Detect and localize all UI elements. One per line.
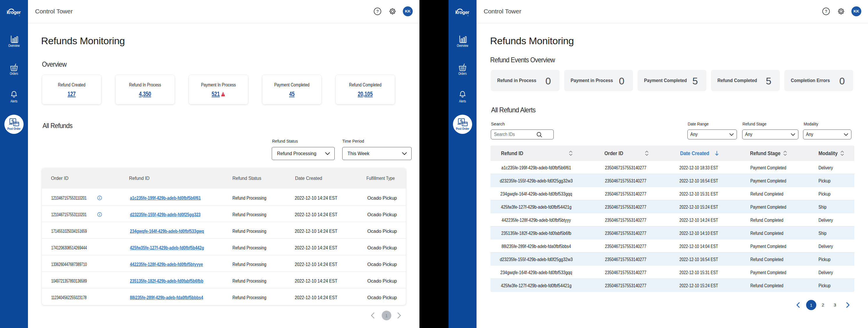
- svg-text:?: ?: [825, 9, 827, 14]
- svg-text:?: ?: [376, 9, 379, 14]
